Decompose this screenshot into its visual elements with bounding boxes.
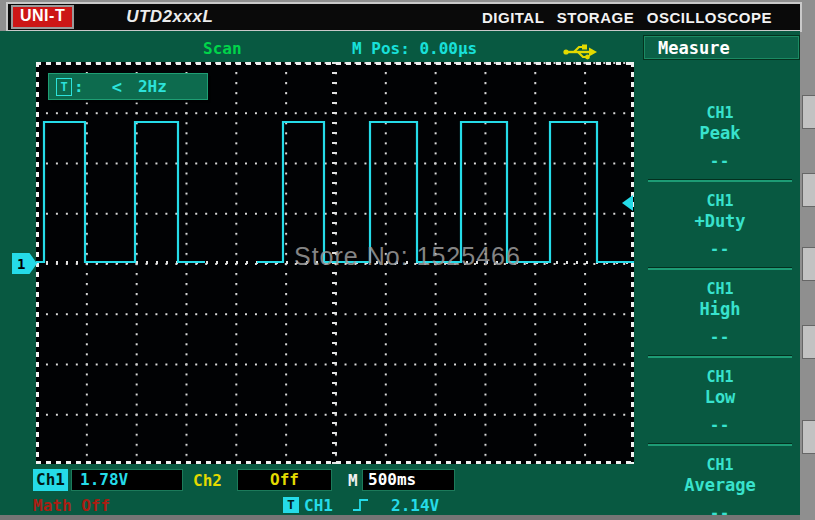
bezel-soft-button[interactable] bbox=[802, 325, 815, 359]
bezel-bottom-edge bbox=[0, 515, 800, 520]
menu-item-measurement: +Duty bbox=[640, 211, 800, 231]
trigger-source-label: CH1 bbox=[304, 496, 333, 515]
menu-item-channel: CH1 bbox=[640, 270, 800, 298]
menu-item-value: -- bbox=[640, 416, 800, 434]
measure-menu: CH1Peak--CH1+Duty--CH1High--CH1Low--CH1A… bbox=[640, 62, 800, 515]
title-bar: UNI-T UTD2xxxL DIGITAL STORAGE OSCILLOSC… bbox=[6, 2, 802, 32]
ch2-label[interactable]: Ch2 bbox=[193, 471, 222, 490]
ch1-label-badge[interactable]: Ch1 bbox=[33, 469, 68, 491]
usb-icon bbox=[562, 42, 598, 60]
timebase-label: M bbox=[348, 471, 358, 490]
menu-item-channel: CH1 bbox=[640, 94, 800, 122]
page-title: DIGITAL STORAGE OSCILLOSCOPE bbox=[482, 9, 772, 26]
less-than-icon: < bbox=[112, 77, 122, 97]
menu-item-measurement: Average bbox=[640, 475, 800, 495]
menu-item-value: -- bbox=[640, 240, 800, 258]
trace-segment bbox=[257, 122, 634, 262]
oscilloscope-screen: UNI-T UTD2xxxL DIGITAL STORAGE OSCILLOSC… bbox=[0, 0, 815, 520]
lcd-screen: Scan M Pos: 0.00µs Measure T : < bbox=[0, 31, 800, 515]
menu-item-measurement: Peak bbox=[640, 123, 800, 143]
trigger-frequency-value: 2Hz bbox=[138, 77, 167, 96]
trigger-level-arrow-icon[interactable] bbox=[622, 195, 633, 211]
menu-item-duty[interactable]: CH1+Duty-- bbox=[640, 182, 800, 270]
brand-logo: UNI-T bbox=[11, 5, 74, 29]
menu-item-average[interactable]: CH1Average-- bbox=[640, 446, 800, 520]
menu-item-measurement: Low bbox=[640, 387, 800, 407]
trigger-separator: : bbox=[74, 77, 84, 96]
menu-item-value: -- bbox=[640, 152, 800, 170]
bezel-soft-button[interactable] bbox=[802, 420, 815, 454]
menu-item-low[interactable]: CH1Low-- bbox=[640, 358, 800, 446]
menu-item-channel: CH1 bbox=[640, 358, 800, 386]
bezel-soft-button[interactable] bbox=[802, 95, 815, 129]
channel1-position-marker[interactable]: 1 bbox=[12, 253, 37, 274]
waveform-display: T : < 2Hz Store No: 1525466 bbox=[36, 62, 634, 464]
menu-item-channel: CH1 bbox=[640, 446, 800, 474]
bezel-soft-button[interactable] bbox=[802, 247, 815, 281]
menu-title-button[interactable]: Measure bbox=[643, 35, 800, 60]
trigger-t-icon: T bbox=[56, 78, 72, 96]
menu-item-peak[interactable]: CH1Peak-- bbox=[640, 94, 800, 182]
model-name: UTD2xxxL bbox=[126, 7, 213, 27]
math-status-label: Math Off bbox=[33, 496, 110, 515]
acquisition-mode-label: Scan bbox=[203, 39, 242, 58]
menu-item-high[interactable]: CH1High-- bbox=[640, 270, 800, 358]
store-watermark: Store No: 1525466 bbox=[294, 242, 521, 271]
menu-item-value: -- bbox=[640, 328, 800, 346]
trigger-frequency-popup: T : < 2Hz bbox=[48, 73, 208, 100]
bezel-soft-button[interactable] bbox=[802, 173, 815, 207]
menu-item-channel: CH1 bbox=[640, 182, 800, 210]
trace-segment bbox=[36, 122, 205, 262]
rising-edge-icon bbox=[352, 497, 370, 513]
timebase-readout: 500ms bbox=[362, 469, 455, 491]
ch2-status-readout: Off bbox=[237, 469, 332, 491]
trigger-t-badge: T bbox=[283, 497, 299, 513]
menu-item-measurement: High bbox=[640, 299, 800, 319]
horizontal-position-readout: M Pos: 0.00µs bbox=[352, 39, 477, 58]
ch1-scale-readout: 1.78V bbox=[71, 469, 183, 491]
trigger-level-readout: 2.14V bbox=[391, 496, 439, 515]
